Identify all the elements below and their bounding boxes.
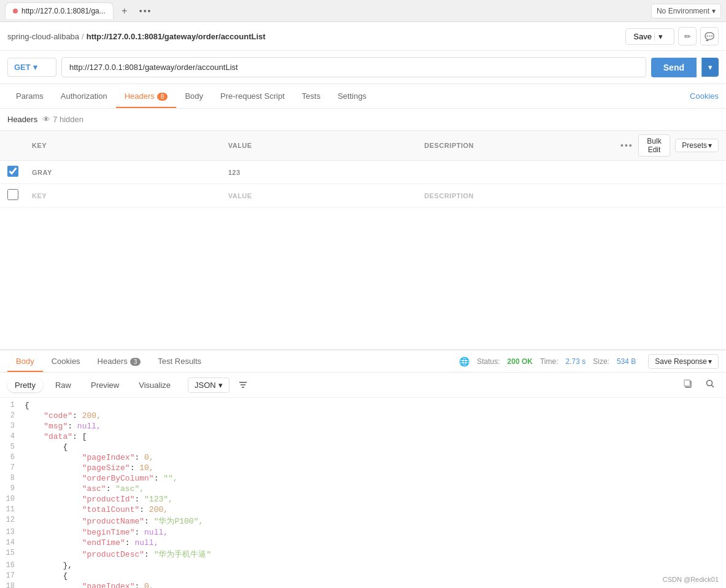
code-line: 17 { (0, 571, 726, 581)
tab-tests[interactable]: Tests (293, 84, 329, 108)
copy-button[interactable] (679, 376, 697, 393)
tab-params[interactable]: Params (7, 84, 52, 108)
environment-selector[interactable]: No Environment ▾ (651, 4, 721, 18)
browser-tab-label: http://127.0.0.1:8081/ga... (21, 7, 106, 15)
row-enabled-checkbox[interactable] (7, 166, 18, 177)
breadcrumb: spring-cloud-alibaba / http://127.0.0.1:… (7, 32, 620, 41)
filter-icon (238, 380, 248, 390)
tab-body[interactable]: Body (176, 84, 212, 108)
code-line: 18 "pageIndex": 0, (0, 581, 726, 588)
headers-section-bar: Headers 👁 7 hidden (0, 109, 726, 131)
method-selector[interactable]: GET ▾ (7, 58, 56, 77)
code-line: 1{ (0, 400, 726, 411)
tab-pre-request[interactable]: Pre-request Script (212, 84, 293, 108)
request-title-bar: spring-cloud-alibaba / http://127.0.0.1:… (0, 22, 726, 51)
json-format-selector[interactable]: JSON ▾ (188, 377, 230, 393)
hidden-count: 7 hidden (53, 115, 83, 124)
line-number: 18 (0, 582, 25, 588)
raw-button[interactable]: Raw (48, 378, 79, 392)
line-number: 6 (0, 453, 25, 462)
filter-button[interactable] (234, 376, 252, 393)
preview-button[interactable]: Preview (83, 378, 126, 392)
line-number: 7 (0, 463, 25, 473)
line-content: "pageIndex": 0, (25, 582, 726, 588)
row-enabled-checkbox[interactable] (7, 189, 18, 200)
row-value-cell: 123 (228, 166, 425, 179)
pretty-button[interactable]: Pretty (7, 378, 43, 392)
line-number: 12 (0, 516, 25, 527)
send-button[interactable]: Send (651, 58, 697, 77)
line-content: "data": [ (25, 432, 726, 441)
resp-tab-headers[interactable]: Headers3 (89, 350, 150, 372)
tab-authorization[interactable]: Authorization (52, 84, 116, 108)
browser-tab-bar: http://127.0.0.1:8081/ga... + ••• No Env… (0, 0, 726, 22)
save-dropdown-icon[interactable]: ▾ (654, 32, 666, 41)
table-more-icon[interactable]: ••• (620, 141, 633, 150)
code-line: 13 "beginTime": null, (0, 527, 726, 538)
breadcrumb-current: http://127.0.0.1:8081/gateway/order/acco… (87, 32, 266, 41)
tab-status-dot (13, 9, 18, 14)
svg-point-5 (707, 381, 712, 386)
save-response-button[interactable]: Save Response ▾ (648, 354, 719, 369)
code-line: 14 "endTime": null, (0, 538, 726, 548)
row-value-cell[interactable]: Value (228, 190, 425, 202)
code-line: 5 { (0, 442, 726, 452)
send-dropdown-button[interactable]: ▾ (701, 58, 719, 77)
row-desc-cell[interactable]: Description (424, 190, 620, 202)
code-line: 4 "data": [ (0, 431, 726, 442)
code-line: 10 "productId": "123", (0, 494, 726, 505)
line-content: "pageSize": 10, (25, 463, 726, 473)
search-icon (705, 379, 715, 389)
row-checkbox-container (7, 166, 32, 179)
code-line: 11 "totalCount": 200, (0, 505, 726, 515)
line-content: "asc": "asc", (25, 484, 726, 493)
edit-icon-button[interactable]: ✏ (678, 27, 697, 45)
browser-tab[interactable]: http://127.0.0.1:8081/ga... (5, 2, 114, 19)
line-content: "productId": "123", (25, 495, 726, 504)
presets-button[interactable]: Presets ▾ (675, 139, 719, 152)
code-line: 16 }, (0, 560, 726, 571)
env-arrow-icon: ▾ (712, 7, 716, 15)
response-panel: Body Cookies Headers3 Test Results 🌐 Sta… (0, 349, 726, 588)
request-tabs: Params Authorization Headers8 Body Pre-r… (0, 84, 726, 109)
line-number: 3 (0, 422, 25, 431)
line-content: "productName": "华为P100", (25, 516, 726, 527)
line-number: 4 (0, 432, 25, 441)
response-tabs: Body Cookies Headers3 Test Results 🌐 Sta… (0, 350, 726, 373)
tab-settings[interactable]: Settings (329, 84, 375, 108)
col-actions-header: ••• Bulk Edit Presets ▾ (620, 134, 719, 157)
bulk-edit-button[interactable]: Bulk Edit (638, 134, 671, 157)
line-content: "pageIndex": 0, (25, 453, 726, 462)
line-number: 16 (0, 561, 25, 570)
code-line: 6 "pageIndex": 0, (0, 452, 726, 463)
save-button[interactable]: Save (633, 32, 652, 41)
line-content: "endTime": null, (25, 538, 726, 547)
more-tabs-button[interactable]: ••• (136, 6, 156, 16)
line-number: 5 (0, 443, 25, 452)
edit-icon: ✏ (684, 32, 691, 41)
copy-icon (683, 379, 693, 389)
resp-tab-test-results[interactable]: Test Results (149, 350, 210, 372)
code-line: 9 "asc": "asc", (0, 484, 726, 494)
url-input[interactable] (61, 57, 646, 77)
cookies-link[interactable]: Cookies (690, 84, 719, 108)
response-code-area[interactable]: 1{2 "code": 200,3 "msg": null,4 "data": … (0, 398, 726, 588)
resp-tab-cookies[interactable]: Cookies (43, 350, 89, 372)
col-key-header: KEY (32, 139, 228, 152)
line-content: "totalCount": 200, (25, 505, 726, 514)
row-key-cell[interactable]: Key (32, 190, 228, 202)
search-button[interactable] (701, 376, 719, 393)
resp-tab-body[interactable]: Body (7, 350, 43, 372)
row-checkbox-container (7, 189, 32, 202)
line-number: 1 (0, 401, 25, 410)
new-tab-button[interactable]: + (116, 2, 133, 20)
tab-headers[interactable]: Headers8 (116, 84, 177, 108)
breadcrumb-base: spring-cloud-alibaba (7, 32, 79, 41)
code-line: 2 "code": 200, (0, 411, 726, 421)
eye-icon: 👁 (42, 115, 50, 124)
line-content: "msg": null, (25, 422, 726, 431)
comment-icon-button[interactable]: 💬 (700, 27, 719, 45)
line-content: }, (25, 561, 726, 570)
visualize-button[interactable]: Visualize (131, 378, 178, 392)
request-actions: Save ▾ ✏ 💬 (625, 27, 719, 45)
